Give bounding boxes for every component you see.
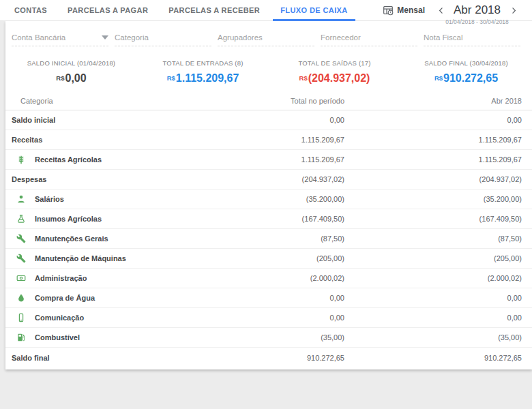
row-total-value: 1.115.209,67 (249, 155, 344, 164)
row-month-value: (205,00) (344, 254, 522, 262)
currency-prefix: R$ (434, 74, 443, 82)
row-total-value: 1.115.209,67 (249, 136, 344, 144)
filter-label: Conta Bancária (12, 33, 65, 42)
currency-prefix: R$ (299, 74, 308, 82)
column-header-month: Abr 2018 (344, 97, 522, 105)
next-period-button[interactable] (506, 3, 521, 18)
cash-flow-panel: Conta Bancária Categoria Agrupadores For… (5, 21, 532, 369)
row-month-value: (35.200,00) (344, 195, 522, 203)
top-tab-bar: CONTAS PARCELAS A PAGAR PARCELAS A RECEB… (0, 0, 532, 21)
row-month-value: 0,00 (344, 294, 522, 302)
wheat-icon (16, 155, 26, 164)
table-clock-icon (383, 5, 394, 16)
person-icon (16, 194, 26, 204)
filter-fornecedor[interactable]: Fornecedor (321, 29, 417, 46)
period-month-label: Abr 2018 (454, 3, 501, 17)
chevron-left-icon (437, 6, 445, 15)
view-mode-button[interactable]: Mensal (383, 5, 425, 16)
filter-label: Fornecedor (321, 33, 361, 42)
filter-conta-bancaria[interactable]: Conta Bancária (12, 29, 108, 46)
fuel-icon (16, 333, 26, 342)
table-row[interactable]: Despesas (204.937,02) (204.937,02) (5, 170, 532, 190)
summary-value: R$1.115.209,67 (137, 72, 269, 85)
table-row[interactable]: Comunicação 0,00 0,00 (5, 308, 532, 328)
row-label: Combustível (35, 333, 80, 342)
filter-label: Agrupadores (218, 33, 263, 42)
period-date-range: 01/04/2018 - 30/04/2018 (445, 18, 509, 25)
summary-amount: 0,00 (65, 72, 87, 84)
table-row[interactable]: Receitas 1.115.209,67 1.115.209,67 (5, 130, 532, 150)
summary-label: TOTAL DE SAÍDAS (17) (269, 59, 400, 67)
summary-label: TOTAL DE ENTRADAS (8) (137, 59, 269, 67)
table-row[interactable]: Salários (35.200,00) (35.200,00) (5, 190, 532, 209)
row-total-value: (205,00) (249, 254, 344, 262)
summary-amount: 1.115.209,67 (176, 72, 239, 84)
row-month-value: (167.409,50) (344, 215, 522, 223)
filter-agrupadores[interactable]: Agrupadores (218, 29, 314, 46)
tab-parcelas-a-pagar[interactable]: PARCELAS A PAGAR (57, 0, 158, 20)
row-label: Compra de Água (35, 294, 95, 302)
table-header: Categoria Total no período Abr 2018 (5, 92, 532, 110)
phone-icon (16, 313, 26, 322)
row-label: Saldo inicial (12, 116, 55, 124)
summary-value: R$910.272,65 (400, 72, 532, 85)
filter-categoria[interactable]: Categoria (115, 29, 211, 46)
row-month-value: 0,00 (344, 116, 522, 124)
row-label: Administração (35, 274, 87, 282)
summary-value: R$0,00 (5, 72, 137, 85)
summary-amount: 910.272,65 (443, 72, 498, 84)
row-month-value: 0,00 (344, 314, 522, 322)
row-month-value: (87,50) (344, 234, 522, 243)
table-row[interactable]: Insumos Agrícolas (167.409,50) (167.409,… (5, 209, 532, 229)
table-row[interactable]: Saldo inicial 0,00 0,00 (5, 110, 532, 130)
tab-contas[interactable]: CONTAS (4, 0, 57, 20)
row-label: Salários (35, 195, 64, 203)
summary-card-saldo-final: SALDO FINAL (30/04/2018) R$910.272,65 (400, 59, 532, 85)
view-mode-label: Mensal (397, 5, 425, 15)
row-total-value: 0,00 (249, 294, 344, 302)
filter-nota-fiscal[interactable]: Nota Fiscal (424, 29, 520, 46)
summary-row: SALDO INICIAL (01/04/2018) R$0,00 TOTAL … (5, 59, 532, 85)
currency-prefix: R$ (167, 74, 175, 82)
tab-list: CONTAS PARCELAS A PAGAR PARCELAS A RECEB… (4, 0, 358, 20)
row-total-value: (35,00) (249, 333, 344, 342)
row-month-value: 1.115.209,67 (344, 155, 522, 164)
table-row[interactable]: Combustível (35,00) (35,00) (5, 328, 532, 348)
tab-fluxo-de-caixa[interactable]: FLUXO DE CAIXA (270, 0, 358, 20)
row-total-value: (2.000,02) (249, 274, 344, 282)
summary-value: R$(204.937,02) (269, 72, 400, 85)
table-row[interactable]: Administração (2.000,02) (2.000,02) (5, 269, 532, 288)
row-month-value: (35,00) (344, 333, 522, 342)
summary-card-total-entradas: TOTAL DE ENTRADAS (8) R$1.115.209,67 (137, 59, 269, 85)
table-row[interactable]: Receitas Agrícolas 1.115.209,67 1.115.20… (5, 150, 532, 170)
row-label: Manutenção de Máquinas (35, 254, 126, 262)
table-row[interactable]: Saldo final 910.272,65 910.272,65 (5, 348, 532, 367)
summary-label: SALDO INICIAL (01/04/2018) (5, 59, 137, 67)
row-month-value: (204.937,02) (344, 175, 522, 183)
filter-bar: Conta Bancária Categoria Agrupadores For… (12, 29, 520, 46)
table-row[interactable]: Compra de Água 0,00 0,00 (5, 288, 532, 308)
row-month-value: 910.272,65 (344, 354, 522, 362)
filter-label: Nota Fiscal (424, 33, 463, 42)
table-row[interactable]: Manutenção de Máquinas (205,00) (205,00) (5, 249, 532, 269)
period-controls: Mensal Abr 2018 01/04/2018 - 30/04/2018 (383, 0, 532, 20)
tab-parcelas-a-receber[interactable]: PARCELAS A RECEBER (158, 0, 270, 20)
wrench-icon (16, 234, 26, 243)
row-month-value: (2.000,02) (344, 274, 522, 282)
previous-period-button[interactable] (433, 3, 448, 18)
filter-label: Categoria (115, 33, 149, 42)
table-row[interactable]: Manutenções Gerais (87,50) (87,50) (5, 229, 532, 249)
row-label: Comunicação (35, 314, 84, 322)
row-label: Insumos Agrícolas (35, 215, 102, 223)
table-body: Saldo inicial 0,00 0,00 Receitas 1.115.2… (5, 110, 532, 367)
row-total-value: (167.409,50) (249, 215, 344, 223)
row-total-value: 0,00 (249, 314, 344, 322)
currency-prefix: R$ (56, 74, 64, 82)
row-total-value: (204.937,02) (249, 175, 344, 183)
row-total-value: 910.272,65 (249, 354, 344, 362)
row-month-value: 1.115.209,67 (344, 136, 522, 144)
summary-card-total-saidas: TOTAL DE SAÍDAS (17) R$(204.937,02) (269, 59, 400, 85)
period-selector[interactable]: Abr 2018 01/04/2018 - 30/04/2018 (449, 3, 505, 17)
row-label: Manutenções Gerais (35, 234, 108, 243)
wrench-icon (16, 254, 26, 263)
